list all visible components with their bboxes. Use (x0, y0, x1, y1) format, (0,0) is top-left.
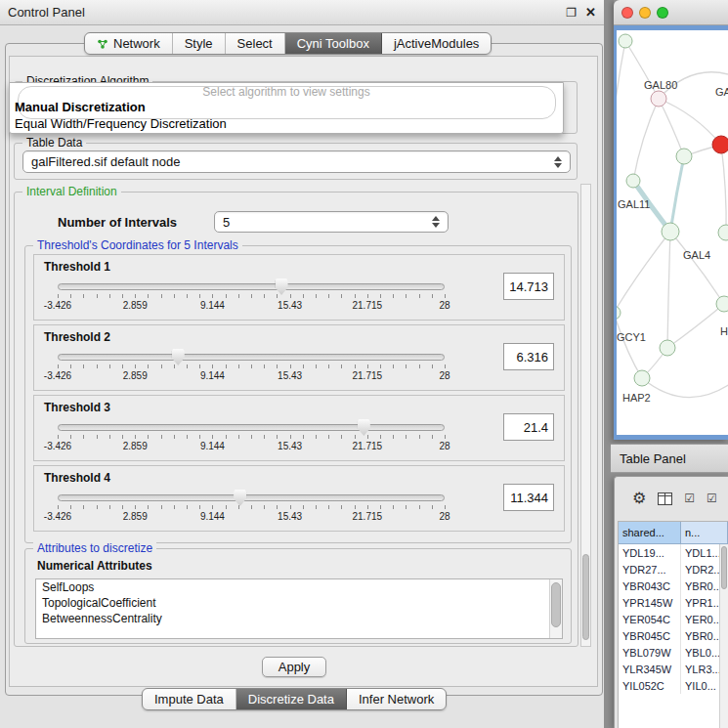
slider-track[interactable] (58, 494, 445, 501)
network-node[interactable] (716, 296, 728, 312)
network-node[interactable] (660, 340, 675, 356)
table-row[interactable]: YLR345WYLR3... (619, 661, 728, 677)
zoom-traffic-light[interactable] (657, 7, 668, 19)
columns-icon[interactable] (658, 492, 672, 505)
tab-impute-data[interactable]: Impute Data (143, 689, 236, 709)
tick-mark (406, 505, 407, 509)
stepper-icon[interactable] (548, 156, 562, 168)
tick-mark (316, 505, 317, 509)
minimize-traffic-light[interactable] (639, 7, 651, 19)
tick-mark (58, 505, 59, 509)
network-node[interactable] (651, 91, 666, 107)
threshold-2-value-field[interactable]: 6.316 (503, 343, 554, 370)
table-row[interactable]: YBL079WYBL0... (619, 644, 728, 661)
table-data-combobox[interactable]: galFiltered.sif default node (22, 150, 571, 173)
slider-thumb[interactable] (172, 349, 185, 365)
gear-icon[interactable]: ⚙ (632, 491, 646, 506)
tick-mark (432, 294, 433, 298)
tick-mark (83, 505, 84, 509)
network-node[interactable] (634, 370, 650, 386)
attribute-list-item[interactable]: SelfLoops (36, 579, 562, 595)
slider-tick-labels: -3.4262.8599.14415.4321.71528 (58, 300, 445, 312)
table-row[interactable]: YIL052CYIL0... (619, 677, 728, 694)
tick-mark (432, 505, 433, 509)
network-node[interactable] (718, 225, 728, 240)
threshold-1-value-field[interactable]: 14.713 (503, 273, 554, 300)
number-of-intervals-label: Number of Intervals (58, 211, 177, 233)
slider-track[interactable] (58, 354, 445, 361)
table-row[interactable]: YDR27...YDR2... (619, 561, 728, 578)
tick-mark (97, 505, 98, 509)
network-node[interactable] (712, 136, 728, 153)
tick-mark (406, 435, 407, 439)
table-row[interactable]: YBR043CYBR0... (619, 578, 728, 594)
tick-mark (148, 294, 149, 298)
network-edge (617, 41, 625, 313)
tab-cyni-toolbox[interactable]: Cyni Toolbox (285, 33, 382, 54)
threshold-4-slider[interactable]: -3.4262.8599.14415.4321.71528 (58, 492, 445, 529)
network-node[interactable] (662, 223, 679, 240)
tab-network[interactable]: Network (85, 33, 173, 54)
float-window-icon[interactable]: ❐ (566, 7, 577, 19)
attribute-list-item[interactable]: TopologicalCoefficient (36, 595, 562, 611)
table-row[interactable]: YER054CYER0... (619, 611, 728, 627)
network-node[interactable] (676, 149, 692, 164)
tick-mark (83, 435, 84, 439)
close-traffic-light[interactable] (621, 7, 633, 19)
table-row[interactable]: YPR145WYPR1... (619, 594, 728, 611)
threshold-2-slider[interactable]: -3.4262.8599.14415.4321.71528 (58, 351, 445, 388)
list-scrollbar[interactable] (549, 579, 562, 638)
column-header-shared-name[interactable]: shared... (619, 522, 681, 544)
tick-label: 28 (439, 370, 450, 381)
tick-mark (58, 364, 59, 368)
tick-label: 9.144 (200, 511, 225, 522)
control-panel-window: Control Panel ❐ ✕ Network Style Select C… (0, 0, 604, 728)
algorithm-option-manual[interactable]: Manual Discretization (15, 100, 146, 114)
tab-style[interactable]: Style (173, 33, 226, 54)
tick-mark (303, 364, 304, 368)
slider-thumb[interactable] (276, 278, 288, 295)
scrollbar-thumb[interactable] (721, 546, 727, 589)
select-all-icon[interactable]: ☑ (684, 492, 695, 504)
network-node[interactable] (617, 306, 621, 320)
network-node[interactable] (619, 34, 632, 48)
tab-label: Cyni Toolbox (297, 36, 369, 51)
settings-scrollbar[interactable] (580, 184, 591, 647)
tick-mark (135, 435, 136, 439)
slider-thumb[interactable] (234, 490, 246, 506)
tick-mark (109, 364, 110, 368)
threshold-4-block: Threshold 4 -3.4262.8599.14415.4321.7152… (33, 465, 565, 532)
tick-label: 15.43 (278, 441, 302, 451)
threshold-1-slider[interactable]: -3.4262.8599.14415.4321.71528 (58, 280, 445, 318)
threshold-3-slider[interactable]: -3.4262.8599.14415.4321.71528 (58, 421, 445, 458)
network-node[interactable] (626, 174, 640, 188)
tick-mark (355, 505, 356, 509)
tab-discretize-data[interactable]: Discretize Data (236, 689, 347, 709)
close-icon[interactable]: ✕ (585, 7, 596, 19)
apply-button[interactable]: Apply (262, 657, 326, 677)
table-row[interactable]: YDL19...YDL1... (619, 544, 728, 561)
column-header-name[interactable]: n... (681, 522, 728, 544)
tab-label: Select (237, 36, 273, 51)
threshold-3-value-field[interactable]: 21.4 (503, 413, 554, 441)
table-scrollbar[interactable] (719, 544, 728, 728)
network-canvas[interactable]: GAL80GALGAL11GAL4GCY1HAP2H (617, 30, 728, 435)
threshold-4-value-field[interactable]: 11.344 (503, 484, 554, 511)
slider-track[interactable] (58, 424, 445, 431)
stepper-icon[interactable] (426, 216, 440, 228)
node-table: shared... n... YDL19...YDL1...YDR27...YD… (618, 521, 728, 728)
tick-mark (316, 364, 317, 368)
algorithm-option-equal-width[interactable]: Equal Width/Frequency Discretization (15, 116, 227, 131)
tab-infer-network[interactable]: Infer Network (347, 689, 446, 709)
select-none-icon[interactable]: ☑ (707, 492, 717, 504)
number-of-intervals-combobox[interactable]: 5 (214, 211, 449, 233)
scrollbar-thumb[interactable] (582, 554, 589, 640)
tab-select[interactable]: Select (226, 33, 285, 54)
slider-thumb[interactable] (358, 419, 370, 436)
slider-track[interactable] (58, 283, 445, 290)
tick-mark (303, 505, 304, 509)
scrollbar-thumb[interactable] (551, 582, 561, 627)
table-row[interactable]: YBR045CYBR0... (619, 627, 728, 644)
tab-jactivemodules[interactable]: jActiveModules (382, 33, 491, 54)
attribute-list-item[interactable]: BetweennessCentrality (36, 611, 562, 626)
